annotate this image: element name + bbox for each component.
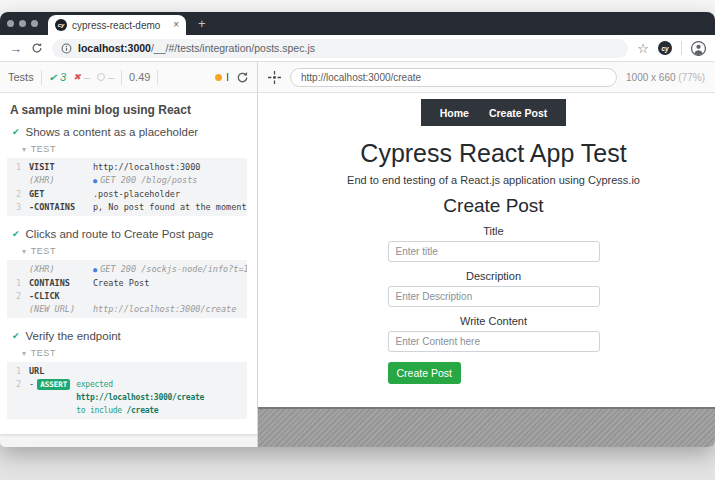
command-name: (XHR): [29, 174, 93, 187]
url-host: localhost:3000: [78, 42, 151, 54]
forward-icon[interactable]: →: [9, 42, 22, 55]
cypress-extension-icon[interactable]: cy: [658, 41, 672, 55]
avatar-icon: [691, 41, 706, 56]
test-group-header[interactable]: ▾ TEST: [0, 243, 257, 258]
restart-tests-button[interactable]: [236, 71, 249, 84]
command-name: (NEW URL): [29, 303, 93, 316]
aut-viewport: Home Create Post Cypress React App Test …: [258, 93, 715, 447]
command-number: 2: [7, 378, 29, 391]
pending-stat: –: [97, 71, 114, 83]
browser-tab[interactable]: cy cypress-react-demo ×: [48, 15, 186, 35]
traffic-light-minimize[interactable]: [19, 20, 26, 27]
bookmark-star-icon[interactable]: ☆: [637, 42, 649, 55]
failed-stat: ✖–: [73, 71, 90, 83]
url-path: /__/#/tests/integration/posts.spec.js: [151, 42, 315, 54]
create-post-button[interactable]: Create Post: [388, 362, 461, 384]
suite-title[interactable]: A sample mini blog using React: [0, 99, 257, 120]
extension-text: cy: [661, 45, 668, 52]
restart-icon: [236, 71, 249, 84]
tab-strip: cy cypress-react-demo × +: [0, 12, 715, 35]
toolbar-divider: [681, 41, 682, 55]
command-row-assert[interactable]: 2 -ASSERT expected http://localhost:3000…: [7, 378, 247, 417]
tab-close-icon[interactable]: ×: [173, 20, 179, 30]
content-input[interactable]: [388, 331, 600, 352]
test-group-header[interactable]: ▾ TEST: [0, 345, 257, 360]
assert-badge: ASSERT: [37, 379, 70, 390]
command-log-panel[interactable]: A sample mini blog using React ✔ Shows a…: [0, 93, 257, 447]
command-row-xhr[interactable]: (XHR) ●GET 200 /blog/posts: [7, 174, 247, 188]
create-post-form: Title Description Write Content Create P…: [388, 225, 600, 384]
new-tab-button[interactable]: +: [198, 17, 206, 30]
command-row[interactable]: 2 -CLICK: [7, 290, 247, 303]
selector-playground-button[interactable]: [268, 71, 281, 84]
command-number: 2: [7, 290, 29, 303]
app-navbar: Home Create Post: [421, 99, 566, 126]
command-row[interactable]: 1 CONTAINS Create Post: [7, 277, 247, 290]
description-input[interactable]: [388, 286, 600, 307]
app-title: Cypress React App Test: [272, 139, 715, 168]
pending-count: –: [108, 71, 114, 83]
caret-down-icon: ▾: [22, 145, 27, 154]
test-item: ✔ Shows a content as a placeholder ▾ TES…: [0, 120, 257, 216]
aut-panel: http://localhost:3000/create 1000 x 660 …: [258, 62, 715, 447]
command-name: VISIT: [29, 161, 93, 174]
test-title[interactable]: ✔ Clicks and route to Create Post page: [0, 222, 257, 243]
viewport-size: 1000 x 660 (77%): [626, 72, 705, 83]
command-row[interactable]: 2 GET .post-placeholder: [7, 188, 247, 201]
nav-link-create-post[interactable]: Create Post: [489, 107, 547, 119]
test-title-text: Verify the endpoint: [26, 330, 121, 342]
tests-back-button[interactable]: Tests: [8, 71, 34, 83]
test-title-text: Shows a content as a placeholder: [26, 126, 199, 138]
test-title-text: Clicks and route to Create Post page: [26, 228, 214, 240]
reload-icon: [31, 42, 43, 54]
command-row[interactable]: 1 URL: [7, 365, 247, 378]
command-name: -CONTAINS: [29, 201, 93, 214]
command-message: http://localhost:3000: [93, 161, 247, 174]
test-title[interactable]: ✔ Shows a content as a placeholder: [0, 120, 257, 141]
address-bar[interactable]: localhost:3000/__/#/tests/integration/po…: [52, 39, 628, 58]
nav-link-home[interactable]: Home: [440, 107, 469, 119]
app-under-test: Home Create Post Cypress React App Test …: [258, 99, 715, 384]
passed-stat: ✔3: [49, 71, 67, 83]
page-info-icon[interactable]: [61, 43, 72, 54]
command-message: p, No post found at the moment: [93, 201, 247, 214]
command-number: 1: [7, 277, 29, 290]
title-input[interactable]: [388, 241, 600, 262]
command-row-new-url[interactable]: (NEW URL) http://localhost:3000/create: [7, 303, 247, 316]
status-indicator: I: [215, 71, 229, 83]
test-title[interactable]: ✔ Verify the endpoint: [0, 324, 257, 345]
pass-check-icon: ✔: [12, 229, 20, 239]
command-message: ●GET 200 /blog/posts: [93, 174, 247, 188]
command-row[interactable]: 1 VISIT http://localhost:3000: [7, 161, 247, 174]
command-log: 1 URL 2 -ASSERT expected http://localhos…: [7, 362, 247, 419]
xhr-dot-icon: ●: [93, 177, 97, 185]
command-number: 2: [7, 188, 29, 201]
command-name: URL: [29, 365, 93, 378]
group-label: TEST: [31, 246, 56, 256]
xhr-dot-icon: ●: [93, 266, 97, 274]
pass-check-icon: ✔: [12, 331, 20, 341]
traffic-light-close[interactable]: [7, 20, 14, 27]
assert-message: expected http://localhost:3000/createto …: [76, 378, 247, 417]
aut-url[interactable]: http://localhost:3000/create: [290, 68, 617, 87]
traffic-light-zoom[interactable]: [31, 20, 38, 27]
form-heading: Create Post: [272, 195, 715, 217]
orange-dot-icon: [215, 74, 222, 81]
crosshair-icon: [268, 71, 281, 84]
command-row[interactable]: 3 -CONTAINS p, No post found at the mome…: [7, 201, 247, 214]
command-message: http://localhost:3000/create: [93, 303, 247, 316]
caret-down-icon: ▾: [22, 349, 27, 358]
aut-header: http://localhost:3000/create 1000 x 660 …: [258, 62, 715, 93]
reporter-header: Tests ✔3 ✖– – 0.49 I: [0, 62, 257, 93]
content-label: Write Content: [388, 315, 600, 327]
test-item: ✔ Verify the endpoint ▾ TEST 1 URL: [0, 324, 257, 419]
reload-button[interactable]: [31, 42, 43, 54]
pass-check-icon: ✔: [12, 127, 20, 137]
app-subtitle: End to end testing of a React.js applica…: [272, 174, 715, 186]
command-message: ●GET 200 /sockjs-node/info?t=1546869…: [93, 263, 247, 277]
profile-avatar[interactable]: [691, 41, 706, 56]
test-group-header[interactable]: ▾ TEST: [0, 141, 257, 156]
group-label: TEST: [31, 144, 56, 154]
pending-circle-icon: [97, 73, 105, 81]
command-row-xhr[interactable]: (XHR) ●GET 200 /sockjs-node/info?t=15468…: [7, 263, 247, 277]
